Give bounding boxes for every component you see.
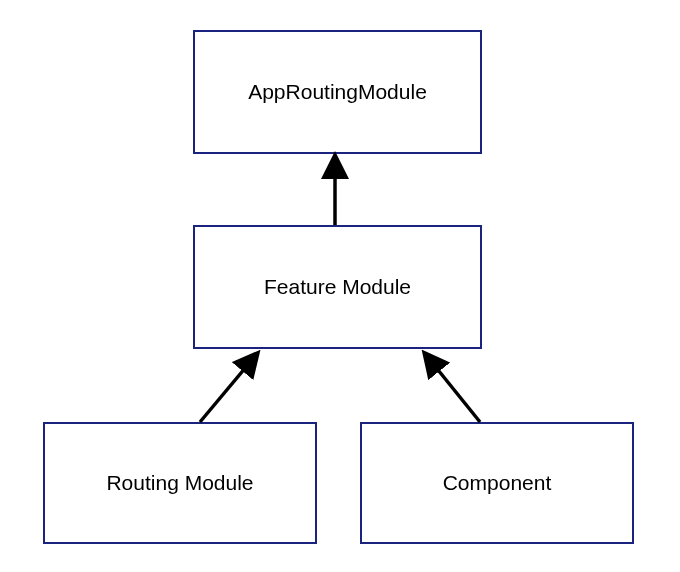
arrow-component-to-feature	[426, 355, 480, 422]
component-box: Component	[360, 422, 634, 544]
feature-module-label: Feature Module	[264, 275, 411, 299]
app-routing-module-label: AppRoutingModule	[248, 80, 427, 104]
routing-module-label: Routing Module	[106, 471, 253, 495]
component-label: Component	[443, 471, 552, 495]
arrow-routing-to-feature	[200, 355, 256, 422]
routing-module-box: Routing Module	[43, 422, 317, 544]
app-routing-module-box: AppRoutingModule	[193, 30, 482, 154]
feature-module-box: Feature Module	[193, 225, 482, 349]
